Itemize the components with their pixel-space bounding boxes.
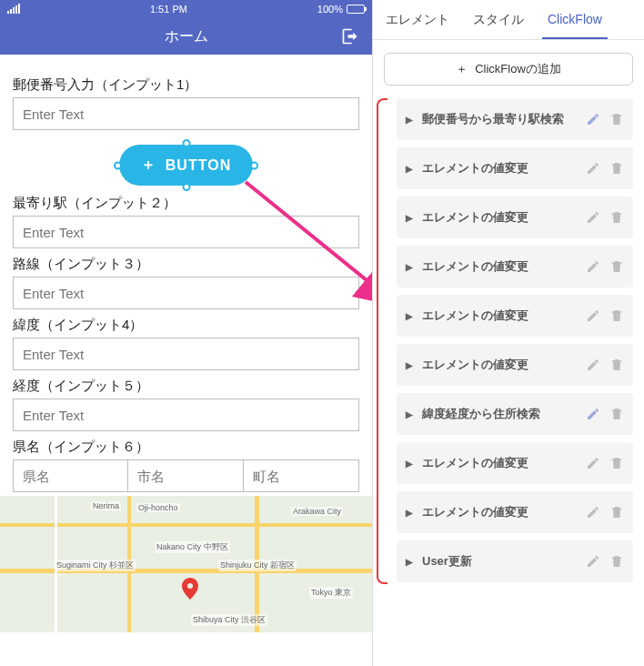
- input-line[interactable]: [13, 277, 359, 309]
- form-area: 郵便番号入力（インプット1） ＋ BUTTON 最寄り駅（インプット２） 路線（…: [0, 55, 372, 492]
- input-pref[interactable]: [13, 459, 128, 492]
- caret-right-icon: ▶: [406, 557, 413, 567]
- trash-icon[interactable]: [609, 112, 624, 126]
- clickflow-item-label: 郵便番号から最寄り駅検索: [422, 111, 577, 127]
- plus-icon: ＋: [141, 156, 156, 175]
- map-label: Suginami City 杉並区: [55, 560, 136, 571]
- caret-right-icon: ▶: [406, 213, 413, 223]
- tab-style[interactable]: スタイル: [468, 0, 529, 39]
- signal-icon: [7, 5, 20, 14]
- clickflow-item-label: エレメントの値変更: [422, 258, 577, 275]
- trash-icon[interactable]: [609, 554, 624, 569]
- edit-icon[interactable]: [586, 259, 600, 274]
- selection-handle[interactable]: [250, 161, 258, 169]
- map-label: Shinjuku City 新宿区: [218, 560, 297, 571]
- input-lat[interactable]: [13, 338, 359, 370]
- address-row: [13, 459, 359, 492]
- input-city[interactable]: [128, 459, 244, 492]
- clickflow-item[interactable]: ▶郵便番号から最寄り駅検索: [397, 98, 633, 140]
- caret-right-icon: ▶: [406, 164, 413, 174]
- map-label: Oji-honcho: [136, 503, 180, 512]
- clickflow-item[interactable]: ▶エレメントの値変更: [397, 147, 633, 189]
- edit-icon[interactable]: [586, 456, 600, 470]
- clickflow-item[interactable]: ▶エレメントの値変更: [397, 246, 633, 288]
- map-pin-icon: [182, 578, 198, 603]
- input-town[interactable]: [244, 459, 359, 492]
- label-input4: 緯度（インプット4）: [13, 317, 359, 334]
- edit-icon[interactable]: [586, 505, 600, 520]
- clickflow-item-label: 緯度経度から住所検索: [422, 406, 577, 422]
- clickflow-item[interactable]: ▶エレメントの値変更: [397, 491, 633, 533]
- caret-right-icon: ▶: [406, 409, 413, 419]
- status-bar: 1:51 PM 100%: [0, 0, 372, 18]
- caret-right-icon: ▶: [406, 508, 413, 518]
- map-label: Tokyo 東京: [309, 587, 353, 599]
- label-input2: 最寄り駅（インプット２）: [13, 195, 359, 212]
- annotation-bracket: [377, 98, 387, 584]
- plus-icon: ＋: [456, 61, 468, 77]
- input-station[interactable]: [13, 216, 359, 248]
- label-input6: 県名（インプット６）: [13, 439, 359, 456]
- app-bar: ホーム: [0, 18, 372, 55]
- trash-icon[interactable]: [609, 161, 624, 176]
- clickflow-item-label: エレメントの値変更: [422, 455, 577, 471]
- trash-icon[interactable]: [609, 308, 624, 323]
- clickflow-item[interactable]: ▶User更新: [397, 540, 633, 582]
- clickflow-item[interactable]: ▶エレメントの値変更: [397, 344, 633, 386]
- page-title: ホーム: [165, 27, 208, 46]
- trash-icon[interactable]: [609, 456, 624, 470]
- input-postal[interactable]: [13, 97, 359, 130]
- edit-icon[interactable]: [586, 210, 600, 225]
- clickflow-item-label: エレメントの値変更: [422, 308, 577, 324]
- label-input5: 経度（インプット５）: [13, 378, 359, 395]
- clickflow-item-label: エレメントの値変更: [422, 160, 577, 177]
- phone-preview: 1:51 PM 100% ホーム 郵便番号入力（インプット1） ＋ BUTTON…: [0, 0, 373, 666]
- caret-right-icon: ▶: [406, 311, 413, 321]
- trash-icon[interactable]: [609, 407, 624, 421]
- add-button[interactable]: ＋ BUTTON: [119, 145, 253, 186]
- clickflow-item[interactable]: ▶エレメントの値変更: [397, 197, 633, 238]
- add-button-label: BUTTON: [166, 157, 231, 174]
- label-input1: 郵便番号入力（インプット1）: [13, 76, 359, 94]
- trash-icon[interactable]: [609, 259, 624, 274]
- clickflow-list: ▶郵便番号から最寄り駅検索▶エレメントの値変更▶エレメントの値変更▶エレメントの…: [384, 98, 633, 582]
- clickflow-item[interactable]: ▶緯度経度から住所検索: [397, 393, 633, 435]
- status-time: 1:51 PM: [150, 4, 187, 15]
- edit-icon[interactable]: [586, 407, 600, 421]
- map-label: Nerima: [91, 501, 121, 510]
- edit-icon[interactable]: [586, 112, 600, 126]
- trash-icon[interactable]: [609, 358, 624, 372]
- edit-icon[interactable]: [586, 358, 600, 372]
- caret-right-icon: ▶: [406, 262, 413, 272]
- map-label: Nakano City 中野区: [155, 541, 230, 553]
- edit-icon[interactable]: [586, 308, 600, 323]
- tab-clickflow[interactable]: ClickFlow: [542, 0, 608, 39]
- selection-handle[interactable]: [182, 139, 190, 147]
- trash-icon[interactable]: [609, 210, 624, 225]
- clickflow-item[interactable]: ▶エレメントの値変更: [397, 295, 633, 337]
- clickflow-item-label: エレメントの値変更: [422, 209, 577, 226]
- selection-handle[interactable]: [182, 183, 190, 191]
- edit-icon[interactable]: [586, 161, 600, 176]
- battery-percent: 100%: [317, 4, 343, 15]
- logout-icon[interactable]: [341, 27, 359, 49]
- input-lng[interactable]: [13, 399, 359, 431]
- inspector-panel: エレメント スタイル ClickFlow ＋ ClickFlowの追加 ▶郵便番…: [373, 0, 644, 666]
- trash-icon[interactable]: [609, 505, 624, 520]
- map-label: Arakawa City: [291, 507, 343, 516]
- clickflow-item-label: エレメントの値変更: [422, 357, 577, 373]
- tab-element[interactable]: エレメント: [380, 0, 455, 39]
- panel-tabs: エレメント スタイル ClickFlow: [373, 0, 644, 40]
- map-label: Shibuya City 渋谷区: [191, 614, 267, 626]
- add-clickflow-label: ClickFlowの追加: [475, 61, 561, 77]
- clickflow-item[interactable]: ▶エレメントの値変更: [397, 442, 633, 484]
- caret-right-icon: ▶: [406, 360, 413, 370]
- clickflow-item-label: User更新: [422, 553, 577, 570]
- caret-right-icon: ▶: [406, 115, 413, 125]
- map-preview[interactable]: Nerima Nakano City 中野区 Suginami City 杉並区…: [0, 496, 372, 632]
- caret-right-icon: ▶: [406, 459, 413, 469]
- selection-handle[interactable]: [114, 161, 122, 169]
- clickflow-item-label: エレメントの値変更: [422, 504, 577, 520]
- edit-icon[interactable]: [586, 554, 600, 569]
- add-clickflow-button[interactable]: ＋ ClickFlowの追加: [384, 53, 633, 86]
